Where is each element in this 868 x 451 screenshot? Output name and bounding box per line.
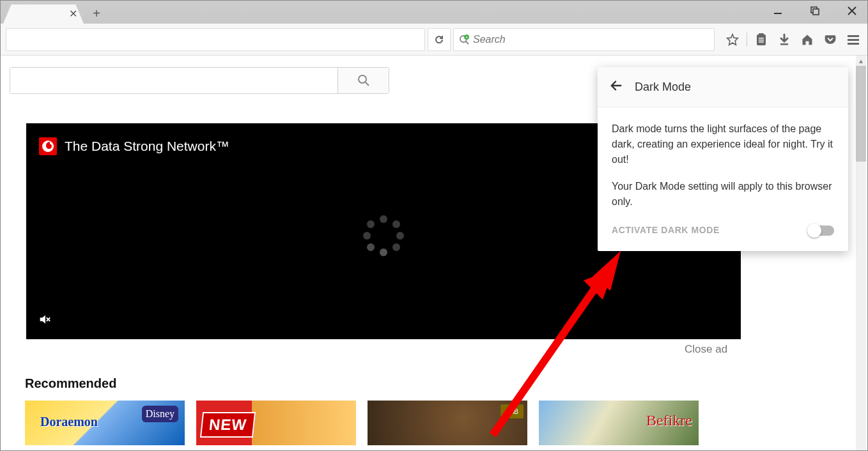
download-icon[interactable] — [773, 28, 796, 51]
activate-row: ACTIVATE DARK MODE — [612, 221, 834, 237]
svg-text:+: + — [465, 35, 468, 40]
hamburger-menu-icon[interactable] — [842, 28, 865, 51]
pocket-icon[interactable] — [819, 28, 842, 51]
browser-toolbar: + — [1, 24, 867, 56]
toggle-knob-icon — [807, 224, 821, 238]
close-ad-link[interactable]: Close ad — [685, 343, 727, 356]
maximize-button[interactable] — [802, 2, 828, 20]
svg-rect-15 — [848, 35, 859, 37]
thumbnail-new[interactable]: NEW — [196, 401, 356, 445]
new-badge: NEW — [200, 412, 256, 438]
svg-rect-2 — [813, 9, 819, 15]
disney-badge: Disney — [142, 406, 178, 422]
tab-close-icon[interactable]: ✕ — [69, 9, 77, 19]
scrollbar-thumb[interactable] — [856, 66, 866, 162]
video-title: The Data Strong Network™ — [65, 139, 229, 154]
clipboard-icon[interactable] — [750, 28, 773, 51]
back-arrow-icon[interactable] — [609, 79, 623, 95]
reload-button[interactable] — [428, 28, 451, 51]
window-controls — [765, 2, 865, 20]
svg-rect-14 — [780, 43, 788, 45]
thumbnail-doraemon[interactable]: Disney — [25, 401, 185, 445]
bookmark-star-icon[interactable] — [721, 28, 744, 51]
thumbnail-befikre[interactable] — [539, 401, 699, 445]
dark-mode-popup: Dark Mode Dark mode turns the light surf… — [598, 67, 848, 251]
mute-icon[interactable] — [38, 312, 52, 329]
svg-rect-11 — [759, 38, 764, 39]
browser-search-input[interactable] — [473, 34, 709, 45]
page-search-input[interactable] — [10, 68, 337, 93]
new-tab-button[interactable]: + — [88, 6, 105, 21]
loading-spinner-icon — [363, 215, 404, 256]
thumbnail-sab[interactable]: SAB — [368, 401, 527, 445]
sab-badge: SAB — [500, 404, 523, 418]
svg-point-18 — [359, 75, 366, 83]
search-icon — [357, 74, 370, 87]
toolbar-separator — [747, 33, 747, 47]
scrollbar-up-icon[interactable]: ▲ — [856, 56, 866, 66]
search-engine-icon: + — [459, 34, 469, 45]
popup-title: Dark Mode — [635, 80, 691, 94]
svg-line-19 — [366, 82, 369, 86]
activate-dark-mode-label: ACTIVATE DARK MODE — [612, 224, 720, 237]
recommended-thumbnails: Disney NEW SAB — [25, 401, 699, 445]
recommended-heading: Recommended — [25, 376, 116, 391]
svg-rect-10 — [759, 33, 764, 36]
popup-header: Dark Mode — [598, 67, 848, 107]
svg-rect-13 — [759, 42, 764, 43]
popup-body: Dark mode turns the light surfaces of th… — [598, 107, 848, 251]
scrollbar[interactable]: ▲ — [856, 56, 866, 451]
home-icon[interactable] — [796, 28, 819, 51]
popup-description-2: Your Dark Mode setting will apply to thi… — [612, 179, 834, 210]
minimize-button[interactable] — [765, 2, 791, 20]
toolbar-icons — [721, 28, 865, 51]
dark-mode-toggle[interactable] — [809, 226, 834, 236]
page-search-bar — [10, 67, 389, 94]
svg-rect-17 — [848, 43, 859, 45]
vodafone-logo-icon — [39, 137, 57, 155]
browser-search-box[interactable]: + — [453, 28, 715, 51]
svg-rect-12 — [759, 40, 764, 41]
close-window-button[interactable] — [839, 2, 865, 20]
svg-line-6 — [466, 42, 469, 44]
browser-titlebar: ✕ + — [1, 1, 867, 24]
url-bar[interactable] — [6, 28, 425, 51]
svg-rect-16 — [848, 39, 859, 41]
page-content: ▲ The Data Strong Network™ Close ad Reco… — [1, 56, 867, 451]
page-search-button[interactable] — [337, 68, 389, 93]
browser-tab[interactable]: ✕ — [3, 4, 84, 24]
popup-description-1: Dark mode turns the light surfaces of th… — [612, 121, 834, 167]
